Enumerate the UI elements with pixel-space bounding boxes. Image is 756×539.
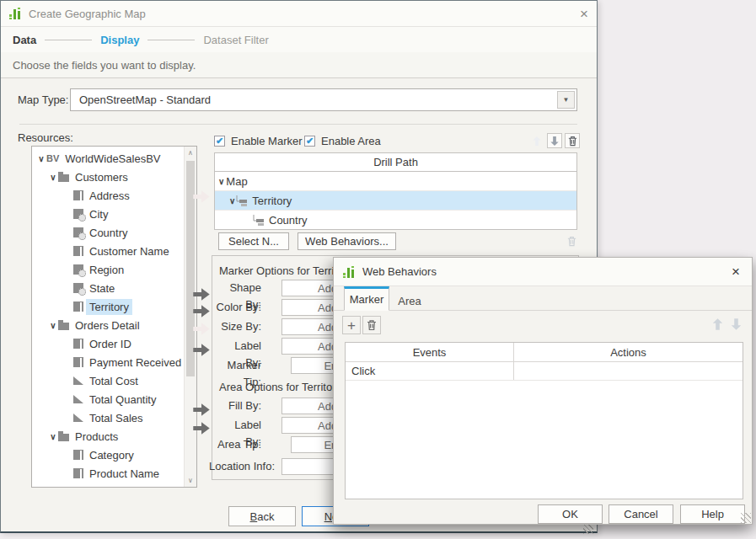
geographic-field-icon bbox=[73, 227, 83, 237]
tree-item-products[interactable]: ∨ Products bbox=[32, 427, 184, 446]
select-n-button[interactable]: Select N... bbox=[218, 232, 289, 250]
step-connector bbox=[45, 40, 92, 40]
resize-grip[interactable] bbox=[583, 524, 593, 534]
drill-level-icon bbox=[235, 195, 248, 206]
fill-by-label: Fill By: bbox=[216, 398, 261, 414]
move-up-icon-disabled bbox=[711, 318, 724, 334]
wizard-steps: Data Display Dataset Filter bbox=[1, 27, 597, 52]
trash-icon-disabled bbox=[564, 233, 579, 248]
tree-item-orders-detail[interactable]: ∨ Orders Detail bbox=[32, 316, 184, 334]
tree-item-category[interactable]: Category bbox=[32, 446, 184, 464]
transfer-right-icon[interactable] bbox=[192, 343, 211, 357]
app-logo-icon bbox=[8, 7, 22, 20]
enable-marker-checkbox[interactable]: Enable Marker bbox=[214, 135, 303, 147]
dimension-field-icon bbox=[73, 468, 83, 478]
move-down-icon[interactable] bbox=[547, 133, 562, 148]
chevron-down-icon[interactable]: ∨ bbox=[48, 321, 58, 330]
drill-row-country[interactable]: Country bbox=[215, 211, 576, 230]
cancel-button[interactable]: Cancel bbox=[609, 504, 673, 524]
drill-level-icon bbox=[252, 215, 265, 226]
chevron-down-icon[interactable]: ∨ bbox=[48, 432, 58, 441]
tree-item-state[interactable]: State bbox=[32, 279, 184, 297]
resources-label: Resources: bbox=[18, 131, 73, 144]
transfer-right-icon-disabled bbox=[192, 189, 211, 204]
web-behaviors-button[interactable]: Web Behaviors... bbox=[298, 232, 396, 250]
geographic-field-icon bbox=[73, 283, 83, 293]
tab-marker[interactable]: Marker bbox=[344, 286, 389, 311]
enable-area-checkbox[interactable]: Enable Area bbox=[304, 135, 381, 147]
tree-item-region[interactable]: Region bbox=[32, 260, 184, 279]
checkbox-checked-icon[interactable] bbox=[304, 136, 315, 147]
main-close-icon[interactable]: × bbox=[571, 7, 597, 21]
drill-row-map[interactable]: ∨ Map bbox=[215, 172, 576, 191]
area-options-title: Area Options for Territory bbox=[219, 381, 341, 393]
add-event-button[interactable]: + bbox=[342, 316, 361, 334]
drill-path-table: Drill Path ∨ Map ∨ Territory Country bbox=[214, 152, 577, 230]
move-down-icon-disabled bbox=[730, 318, 743, 334]
folder-icon bbox=[58, 434, 69, 441]
checkbox-checked-icon[interactable] bbox=[214, 136, 225, 147]
help-button[interactable]: Help bbox=[680, 504, 745, 524]
delete-event-button[interactable] bbox=[362, 316, 381, 334]
tree-item-worldwidesalesbv[interactable]: ∨ BV WorldWideSalesBV bbox=[32, 149, 184, 168]
transfer-right-icon[interactable] bbox=[192, 304, 211, 318]
tree-item-customer-name[interactable]: Customer Name bbox=[32, 242, 184, 260]
event-cell[interactable]: Click bbox=[346, 362, 514, 380]
scroll-down-icon[interactable]: ∨ bbox=[185, 477, 196, 484]
tree-item-total-cost[interactable]: Total Cost bbox=[32, 371, 184, 390]
dimension-field-icon bbox=[73, 190, 83, 200]
web-behaviors-title: Web Behaviors bbox=[362, 265, 437, 278]
measure-field-icon bbox=[73, 395, 83, 403]
drill-path-header: Drill Path bbox=[215, 153, 576, 172]
transfer-right-icon[interactable] bbox=[192, 421, 211, 435]
move-up-icon-disabled bbox=[529, 133, 544, 148]
main-title-bar: Create Geographic Map × bbox=[1, 1, 597, 27]
ok-button[interactable]: OK bbox=[538, 504, 603, 524]
selected-tree-label: Territory bbox=[86, 299, 132, 315]
separator bbox=[19, 124, 577, 125]
measure-field-icon bbox=[73, 376, 83, 385]
area-tip-label: Area Tip: bbox=[209, 436, 261, 453]
step-dataset-filter[interactable]: Dataset Filter bbox=[203, 34, 268, 46]
web-behaviors-tabs: Marker Area bbox=[334, 286, 752, 311]
tree-item-payment-received[interactable]: Payment Received bbox=[32, 353, 184, 371]
folder-icon bbox=[58, 323, 69, 330]
main-dialog-title: Create Geographic Map bbox=[29, 8, 146, 20]
transfer-right-icon[interactable] bbox=[192, 403, 211, 417]
web-behaviors-dialog: Web Behaviors × Marker Area + Events Act… bbox=[333, 257, 753, 525]
chevron-down-icon[interactable]: ∨ bbox=[229, 196, 235, 205]
web-behaviors-close-icon[interactable]: × bbox=[723, 264, 748, 279]
action-cell[interactable] bbox=[514, 362, 743, 380]
chevron-down-icon[interactable]: ∨ bbox=[48, 173, 58, 182]
resize-grip[interactable] bbox=[741, 513, 751, 523]
dimension-field-icon bbox=[73, 357, 83, 367]
resources-tree: ∨ BV WorldWideSalesBV ∨ Customers Addres… bbox=[31, 146, 197, 488]
folder-icon bbox=[58, 174, 69, 182]
tree-item-customers[interactable]: ∨ Customers bbox=[32, 168, 184, 186]
tree-item-country[interactable]: Country bbox=[32, 223, 184, 242]
tree-item-territory[interactable]: Territory bbox=[32, 297, 184, 316]
tree-item-address[interactable]: Address bbox=[32, 186, 184, 205]
back-button[interactable]: Back bbox=[228, 506, 296, 526]
drill-row-territory[interactable]: ∨ Territory bbox=[215, 191, 576, 211]
step-connector bbox=[147, 40, 195, 40]
step-display[interactable]: Display bbox=[100, 34, 139, 46]
tree-item-total-sales[interactable]: Total Sales bbox=[32, 408, 184, 427]
trash-icon[interactable] bbox=[565, 133, 580, 148]
tree-item-order-id[interactable]: Order ID bbox=[32, 334, 184, 353]
tree-item-product-name[interactable]: Product Name bbox=[32, 464, 184, 483]
map-type-combobox[interactable]: OpenStreetMap - Standard ▼ bbox=[70, 88, 577, 111]
tree-item-total-quantity[interactable]: Total Quantity bbox=[32, 390, 184, 408]
color-by-label: Color By: bbox=[216, 299, 261, 316]
measure-field-icon bbox=[73, 414, 83, 422]
size-by-label: Size By: bbox=[216, 318, 261, 335]
transfer-right-icon[interactable] bbox=[192, 287, 211, 302]
step-data[interactable]: Data bbox=[13, 34, 36, 46]
scroll-up-icon[interactable]: ∧ bbox=[185, 149, 196, 157]
tab-area[interactable]: Area bbox=[389, 291, 430, 311]
chevron-down-icon[interactable]: ▼ bbox=[557, 91, 575, 109]
chevron-down-icon[interactable]: ∨ bbox=[218, 177, 224, 186]
tree-item-city[interactable]: City bbox=[32, 205, 184, 223]
chevron-down-icon[interactable]: ∨ bbox=[36, 154, 46, 163]
table-row-click[interactable]: Click bbox=[346, 362, 743, 381]
